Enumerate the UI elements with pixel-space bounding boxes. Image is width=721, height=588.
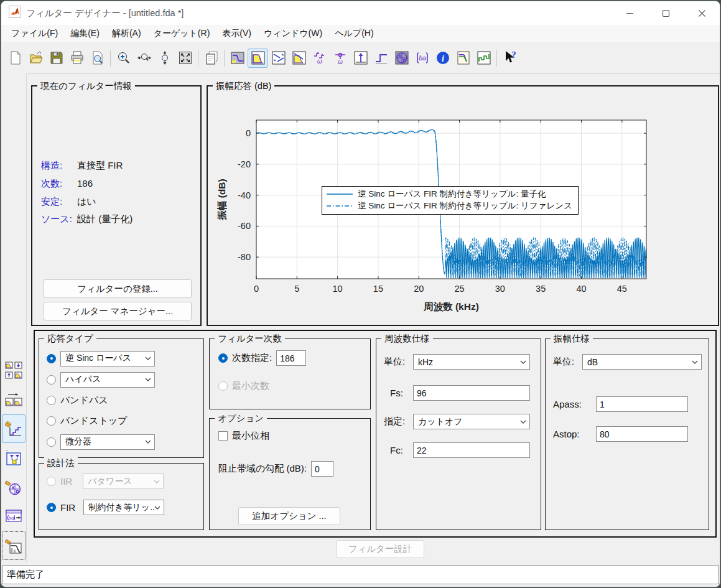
new-icon[interactable] — [5, 49, 26, 68]
radio-lowpass[interactable] — [47, 354, 56, 363]
frequency-specs-panel: 周波数仕様 単位: kHz Fs: 指定: カットオフ Fc: — [376, 338, 541, 530]
open-icon[interactable] — [26, 49, 46, 68]
fc-input[interactable] — [413, 442, 530, 458]
svg-text:-20: -20 — [238, 159, 251, 169]
filter-specifications-icon[interactable] — [201, 49, 221, 68]
svg-text:20: 20 — [414, 284, 424, 294]
maximize-button[interactable] — [648, 1, 684, 25]
filter-transformations-icon[interactable] — [2, 356, 26, 385]
multirate-filter-icon[interactable] — [2, 385, 26, 414]
pole-zero-editor-icon[interactable] — [2, 473, 26, 502]
phase-response-icon[interactable] — [268, 49, 289, 68]
radio-bandstop[interactable] — [47, 416, 56, 426]
status-bar: 準備完了 — [2, 563, 719, 586]
pole-zero-plot-icon[interactable] — [391, 49, 412, 68]
freq-unit-combo[interactable]: kHz — [413, 354, 530, 370]
filter-manager-button[interactable]: フィルター マネージャー... — [44, 302, 192, 320]
radio-bandpass[interactable] — [47, 396, 56, 405]
plot-legend[interactable]: 逆 Sinc ローパス FIR 制約付き等リップル: 量子化 逆 Sinc ロー… — [322, 186, 579, 215]
menu-view[interactable]: 表示(V) — [216, 26, 258, 42]
svg-text:-60: -60 — [238, 221, 251, 231]
stopband-slope-input[interactable] — [311, 461, 333, 477]
radio-fir[interactable] — [47, 503, 56, 512]
menu-window[interactable]: ウィンドウ(W) — [258, 26, 328, 42]
response-type-title: 応答タイプ — [44, 333, 96, 345]
menu-edit[interactable]: 編集(E) — [64, 26, 106, 42]
print-preview-icon[interactable] — [87, 49, 108, 68]
magnitude-response-panel: 振幅応答 (dB) 0510152025303540450-20-40-60-8… — [207, 85, 719, 326]
magnitude-response-icon[interactable] — [248, 49, 268, 68]
filter-info-row: ソース:設計 (量子化) — [41, 213, 133, 225]
zoom-in-icon[interactable] — [113, 49, 134, 68]
filter-information-icon[interactable]: i — [432, 49, 453, 68]
radio-specify-order[interactable] — [218, 353, 228, 363]
radio-minimum-order[interactable] — [218, 381, 228, 391]
response-type-option: 逆 Sinc ローパス — [47, 348, 197, 369]
phase-delay-icon[interactable]: ω — [330, 49, 350, 68]
more-options-button[interactable]: 追加オプション ... — [238, 507, 340, 525]
minimum-order-row: 最小次数 — [218, 380, 269, 392]
differentiator-type-combo[interactable]: 微分器 — [60, 434, 155, 450]
dash-dot-line-sample — [326, 203, 353, 209]
fs-input[interactable] — [413, 385, 530, 401]
apass-row: Apass: — [553, 396, 688, 412]
chevron-down-icon — [145, 440, 151, 444]
specify-order-row: 次数指定: — [218, 350, 306, 366]
apass-input[interactable] — [596, 396, 688, 412]
radio-highpass[interactable] — [47, 375, 56, 385]
svg-text:10: 10 — [333, 284, 343, 294]
title-bar: フィルター デザイナー - [untitled.fda *] — [1, 1, 720, 25]
status-message: 準備完了 — [2, 565, 719, 584]
freq-specify-combo[interactable]: カットオフ — [413, 414, 530, 429]
main-content: 現在のフィルター情報 構造:直接型 FIR 次数:186 安定:はい ソース:設… — [26, 73, 719, 562]
fs-row: Fs: — [390, 385, 530, 401]
menu-file[interactable]: ファイル(F) — [5, 26, 64, 42]
design-filter-button[interactable]: フィルター設計 — [336, 540, 424, 558]
order-input[interactable] — [276, 350, 306, 366]
astop-row: Astop: — [553, 426, 688, 442]
design-filter-icon[interactable] — [2, 531, 26, 560]
freq-unit-row: 単位: kHz — [384, 354, 530, 370]
menu-help[interactable]: ヘルプ(H) — [328, 26, 379, 42]
close-button[interactable] — [684, 1, 720, 25]
context-help-icon[interactable]: ? — [500, 49, 520, 68]
freq-specify-row: 指定: カットオフ — [384, 414, 530, 429]
full-view-icon[interactable] — [175, 49, 195, 68]
fir-method-combo[interactable]: 制約付き等リッ... — [83, 500, 164, 515]
save-icon[interactable] — [46, 49, 67, 68]
minimize-button[interactable] — [612, 1, 648, 25]
lowpass-type-combo[interactable]: 逆 Sinc ローパス — [60, 351, 155, 366]
chevron-down-icon — [520, 360, 526, 364]
menu-targets[interactable]: ターゲット(R) — [147, 26, 216, 42]
realize-model-icon[interactable] — [2, 444, 26, 472]
radio-differentiator[interactable] — [47, 437, 56, 447]
zoom-x-icon[interactable] — [134, 49, 154, 68]
matlab-logo-icon — [9, 6, 21, 21]
impulse-response-icon[interactable] — [350, 49, 371, 68]
svg-text:15: 15 — [373, 284, 383, 294]
zoom-y-icon[interactable] — [154, 49, 175, 68]
store-filter-button[interactable]: フィルターの登録... — [44, 279, 192, 298]
magnitude-specs-panel: 振幅仕様 単位: dB Apass: Astop: — [545, 338, 709, 530]
filter-specs-metrics-icon[interactable] — [227, 49, 248, 68]
set-quantization-parameters-icon[interactable] — [2, 414, 26, 443]
magnitude-response-overlay-icon[interactable] — [453, 49, 473, 68]
menu-analysis[interactable]: 解析(A) — [106, 26, 147, 42]
legend-entry: 逆 Sinc ローパス FIR 制約付き等リップル: 量子化 — [326, 189, 572, 200]
filter-info-row: 安定:はい — [41, 196, 96, 208]
svg-text:45: 45 — [617, 284, 627, 294]
filter-coefficients-icon[interactable]: ba — [412, 49, 432, 68]
group-delay-icon[interactable]: ω — [309, 49, 330, 68]
min-phase-checkbox[interactable] — [218, 431, 228, 441]
design-mask-icon[interactable] — [473, 49, 494, 68]
highpass-type-combo[interactable]: ハイパス — [60, 372, 155, 388]
magnitude-phase-icon[interactable] — [289, 49, 309, 68]
radio-iir[interactable] — [47, 477, 56, 486]
mag-unit-combo[interactable]: dB — [582, 354, 702, 370]
import-filter-icon[interactable]: ba — [2, 502, 26, 531]
toolbar-separator — [224, 50, 225, 67]
step-response-icon[interactable] — [371, 49, 391, 68]
mag-unit-row: 単位: dB — [553, 354, 702, 370]
astop-input[interactable] — [596, 426, 688, 442]
print-icon[interactable] — [67, 49, 87, 68]
